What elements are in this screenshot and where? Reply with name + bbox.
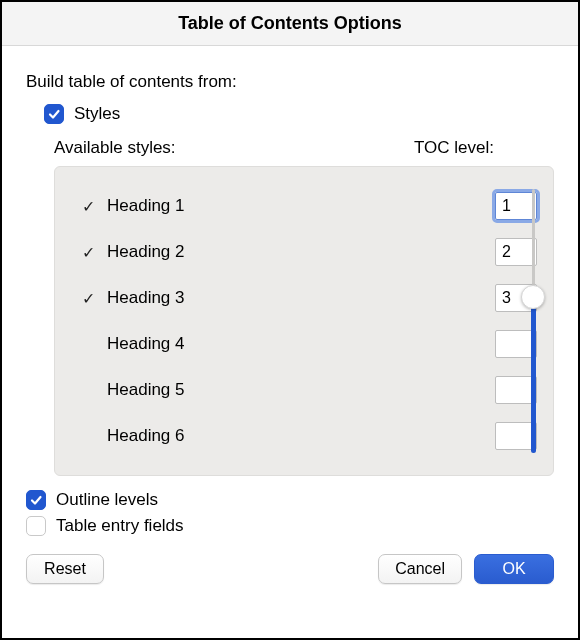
style-row: ✓ Heading 1 <box>75 183 537 229</box>
style-row: Heading 5 <box>75 367 537 413</box>
style-row: ✓ Heading 2 <box>75 229 537 275</box>
toc-level-label: TOC level: <box>414 138 554 158</box>
styles-listbox: ✓ Heading 1 ✓ Heading 2 ✓ Heading 3 Head… <box>54 166 554 476</box>
cancel-button[interactable]: Cancel <box>378 554 462 584</box>
style-check-icon: ✓ <box>75 289 101 308</box>
outline-levels-row[interactable]: Outline levels <box>26 490 554 510</box>
styles-checkbox-row[interactable]: Styles <box>44 104 554 124</box>
style-row: Heading 6 <box>75 413 537 459</box>
build-from-label: Build table of contents from: <box>26 72 554 92</box>
dialog-button-row: Reset Cancel OK <box>26 554 554 584</box>
dialog-title: Table of Contents Options <box>178 13 402 34</box>
dialog-titlebar: Table of Contents Options <box>2 2 578 46</box>
outline-levels-label: Outline levels <box>56 490 158 510</box>
style-name: Heading 5 <box>101 380 495 400</box>
checkmark-icon <box>29 493 43 507</box>
bottom-checkboxes: Outline levels Table entry fields <box>26 490 554 536</box>
style-name: Heading 4 <box>101 334 495 354</box>
style-row: ✓ Heading 3 <box>75 275 537 321</box>
ok-button[interactable]: OK <box>474 554 554 584</box>
style-check-icon: ✓ <box>75 197 101 216</box>
styles-columns-header: Available styles: TOC level: <box>54 138 554 158</box>
table-entry-fields-row[interactable]: Table entry fields <box>26 516 554 536</box>
style-name: Heading 3 <box>101 288 495 308</box>
table-entry-fields-checkbox[interactable] <box>26 516 46 536</box>
table-entry-fields-label: Table entry fields <box>56 516 184 536</box>
reset-button[interactable]: Reset <box>26 554 104 584</box>
styles-checkbox-label: Styles <box>74 104 120 124</box>
style-name: Heading 2 <box>101 242 495 262</box>
style-check-icon: ✓ <box>75 243 101 262</box>
outline-levels-checkbox[interactable] <box>26 490 46 510</box>
dialog-content: Build table of contents from: Styles Ava… <box>2 46 578 602</box>
scroll-fill <box>531 297 536 453</box>
style-row: Heading 4 <box>75 321 537 367</box>
style-name: Heading 6 <box>101 426 495 446</box>
styles-checkbox[interactable] <box>44 104 64 124</box>
styles-scrollbar[interactable] <box>523 185 543 457</box>
button-spacer <box>116 554 366 584</box>
checkmark-icon <box>47 107 61 121</box>
available-styles-label: Available styles: <box>54 138 414 158</box>
scroll-thumb[interactable] <box>521 285 545 309</box>
style-name: Heading 1 <box>101 196 495 216</box>
